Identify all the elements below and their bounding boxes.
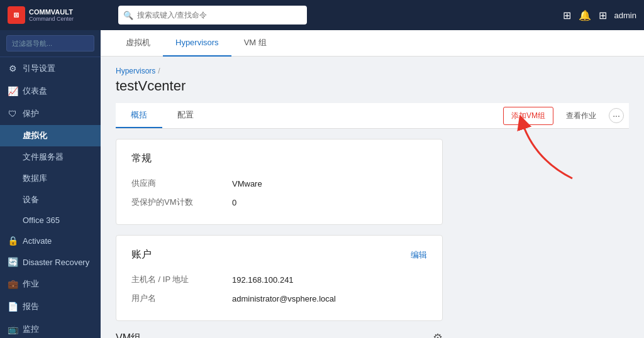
sidebar-label-disaster: Disaster Recovery [23, 258, 89, 267]
vm-groups-title: VM组 [116, 332, 141, 339]
page-title: testVcenter [116, 78, 629, 94]
sidebar-label-activate: Activate [23, 236, 52, 246]
guide-icon: ⚙ [8, 63, 18, 74]
general-row-vendor: 供应商 VMware [131, 174, 427, 193]
inner-tabs: 概括 配置 添加VM组 查看作业 ··· [116, 103, 629, 129]
jobs-icon: 💼 [8, 279, 18, 289]
search-icon: 🔍 [123, 11, 133, 20]
vendor-label: 供应商 [131, 178, 232, 189]
admin-label: admin [614, 11, 636, 20]
hostname-label: 主机名 / IP 地址 [131, 274, 232, 285]
activate-icon: 🔒 [8, 236, 18, 246]
sidebar-item-disaster[interactable]: 🔄 Disaster Recovery [0, 251, 101, 273]
hostname-value: 192.168.100.241 [232, 275, 294, 285]
sidebar-item-protect[interactable]: 🛡 保护 [0, 102, 101, 125]
sidebar-item-office365[interactable]: Office 365 [0, 210, 101, 230]
view-jobs-button[interactable]: 查看作业 [561, 107, 601, 124]
sidebar-label-guide: 引导设置 [23, 63, 55, 74]
account-card-header: 账户 编辑 [131, 248, 427, 261]
sidebar-item-fileserver[interactable]: 文件服务器 [0, 146, 101, 168]
page-content: Hypervisors / testVcenter 概括 配置 添加VM组 查看… [101, 57, 644, 338]
sidebar-label-device: 设备 [23, 194, 39, 205]
account-card: 账户 编辑 主机名 / IP 地址 192.168.100.241 用户名 ad… [116, 235, 443, 321]
sidebar-label-virtualization: 虚拟化 [23, 130, 47, 141]
vm-groups-gear-icon[interactable]: ⚙ [433, 331, 443, 338]
vmcount-label: 受保护的VM计数 [131, 197, 232, 208]
top-header: COMMVAULT Command Center 🔍 ⊞ 🔔 ⊞ admin [0, 0, 644, 30]
general-card-title: 常规 [131, 152, 427, 165]
vmcount-value: 0 [232, 198, 236, 207]
sidebar-label-dashboard: 仪表盘 [23, 85, 47, 97]
sidebar: ⚙ 引导设置 📈 仪表盘 🛡 保护 虚拟化 文件服务器 数据库 设备 Offic… [0, 30, 101, 338]
vm-groups-section: VM组 ⚙ [116, 331, 443, 338]
breadcrumb: Hypervisors / [116, 67, 629, 75]
sidebar-label-jobs: 作业 [23, 278, 39, 290]
sidebar-label-reports: 报告 [23, 301, 39, 312]
top-tab-bar: 虚拟机 Hypervisors VM 组 [101, 30, 644, 57]
grid-icon[interactable]: ⊞ [563, 9, 571, 21]
apps-icon[interactable]: ⊞ [599, 9, 607, 21]
tab-vm[interactable]: 虚拟机 [113, 30, 163, 57]
tab-config[interactable]: 配置 [162, 103, 209, 128]
ellipsis-icon: ··· [613, 111, 620, 121]
sidebar-item-monitor[interactable]: 📺 监控 [0, 318, 101, 338]
main-layout: ⚙ 引导设置 📈 仪表盘 🛡 保护 虚拟化 文件服务器 数据库 设备 Offic… [0, 30, 644, 338]
sidebar-label-office365: Office 365 [23, 215, 60, 225]
account-row-username: 用户名 administrator@vsphere.local [131, 289, 427, 308]
search-input[interactable] [118, 6, 307, 25]
monitor-icon: 📺 [8, 324, 18, 334]
account-card-title: 账户 [131, 248, 152, 261]
sidebar-label-protect: 保护 [23, 108, 39, 119]
sidebar-filter[interactable] [0, 30, 101, 57]
sidebar-label-database: 数据库 [23, 173, 47, 184]
logo-text: COMMVAULT Command Center [29, 8, 74, 22]
general-row-vmcount: 受保护的VM计数 0 [131, 193, 427, 212]
sidebar-label-monitor: 监控 [23, 324, 39, 335]
edit-link[interactable]: 编辑 [411, 249, 427, 261]
tab-overview[interactable]: 概括 [116, 103, 162, 128]
vendor-value: VMware [232, 179, 262, 188]
sidebar-item-dashboard[interactable]: 📈 仪表盘 [0, 80, 101, 102]
sidebar-filter-input[interactable] [6, 35, 94, 52]
content-area: 虚拟机 Hypervisors VM 组 Hypervisors / testV… [101, 30, 644, 338]
reports-icon: 📄 [8, 302, 18, 312]
search-bar[interactable]: 🔍 [118, 6, 307, 25]
sidebar-item-jobs[interactable]: 💼 作业 [0, 273, 101, 295]
sidebar-item-reports[interactable]: 📄 报告 [0, 295, 101, 318]
breadcrumb-separator: / [158, 67, 160, 75]
general-card: 常规 供应商 VMware 受保护的VM计数 0 [116, 139, 443, 225]
bell-icon[interactable]: 🔔 [579, 9, 591, 21]
account-row-hostname: 主机名 / IP 地址 192.168.100.241 [131, 270, 427, 289]
dashboard-icon: 📈 [8, 86, 18, 96]
more-button[interactable]: ··· [609, 108, 624, 123]
tab-hypervisors[interactable]: Hypervisors [163, 30, 231, 57]
sidebar-item-guide[interactable]: ⚙ 引导设置 [0, 57, 101, 80]
protect-icon: 🛡 [8, 109, 18, 119]
username-label: 用户名 [131, 293, 232, 304]
add-vm-group-button[interactable]: 添加VM组 [503, 107, 553, 125]
tab-vmgroup[interactable]: VM 组 [231, 30, 279, 57]
logo-area: COMMVAULT Command Center [8, 6, 108, 24]
sidebar-item-virtualization[interactable]: 虚拟化 [0, 125, 101, 146]
tab-actions: 添加VM组 查看作业 ··· [503, 107, 629, 125]
disaster-icon: 🔄 [8, 257, 18, 267]
breadcrumb-parent[interactable]: Hypervisors [116, 67, 155, 75]
sidebar-item-activate[interactable]: 🔒 Activate [0, 230, 101, 251]
sidebar-item-database[interactable]: 数据库 [0, 168, 101, 189]
commvault-logo-icon [8, 6, 25, 24]
sidebar-label-fileserver: 文件服务器 [23, 151, 64, 163]
sidebar-item-device[interactable]: 设备 [0, 189, 101, 210]
username-value: administrator@vsphere.local [232, 294, 336, 303]
inner-tabs-wrapper: 概括 配置 添加VM组 查看作业 ··· [116, 103, 629, 129]
header-right: ⊞ 🔔 ⊞ admin [563, 9, 636, 21]
